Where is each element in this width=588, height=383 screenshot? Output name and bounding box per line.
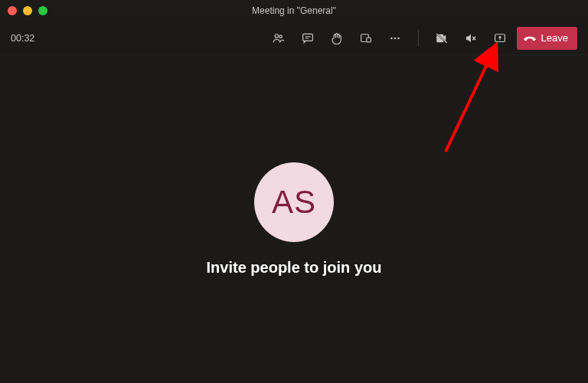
- leave-button[interactable]: Leave: [517, 27, 577, 50]
- share-tray-icon: [493, 31, 507, 45]
- svg-rect-4: [366, 38, 371, 42]
- raise-hand-button[interactable]: [325, 26, 349, 51]
- toolbar-divider: [418, 30, 419, 47]
- traffic-lights: [8, 6, 47, 15]
- camera-off-icon: [435, 31, 449, 45]
- svg-point-5: [390, 37, 393, 39]
- meeting-timer: 00:32: [11, 33, 34, 44]
- close-window-button[interactable]: [8, 6, 17, 15]
- chat-icon: [301, 31, 315, 45]
- participants-button[interactable]: [266, 26, 291, 51]
- svg-rect-2: [302, 34, 312, 41]
- speaker-muted-icon: [464, 31, 478, 45]
- avatar-initials: AS: [272, 184, 316, 221]
- breakout-rooms-icon: [359, 31, 373, 45]
- rooms-button[interactable]: [354, 26, 378, 51]
- chat-button[interactable]: [296, 26, 320, 51]
- more-icon: [388, 31, 402, 45]
- hangup-icon: [523, 31, 537, 45]
- hand-icon: [330, 31, 344, 45]
- meeting-toolbar: 00:32: [0, 21, 588, 55]
- minimize-window-button[interactable]: [23, 6, 32, 15]
- fullscreen-window-button[interactable]: [38, 6, 47, 15]
- invite-prompt: Invite people to join you: [207, 259, 382, 277]
- mic-toggle-button[interactable]: [459, 26, 483, 51]
- svg-point-6: [394, 37, 396, 39]
- people-icon: [272, 31, 286, 45]
- svg-point-1: [279, 35, 281, 38]
- participant-avatar: AS: [254, 162, 334, 242]
- svg-point-7: [397, 37, 400, 39]
- more-actions-button[interactable]: [383, 26, 407, 51]
- svg-point-0: [275, 34, 279, 38]
- share-screen-button[interactable]: [488, 26, 512, 51]
- leave-button-label: Leave: [541, 32, 568, 44]
- window-titlebar: Meeting in "General": [0, 0, 588, 21]
- camera-toggle-button[interactable]: [430, 26, 454, 51]
- meeting-stage: AS Invite people to join you: [0, 55, 588, 383]
- window-title: Meeting in "General": [0, 5, 588, 16]
